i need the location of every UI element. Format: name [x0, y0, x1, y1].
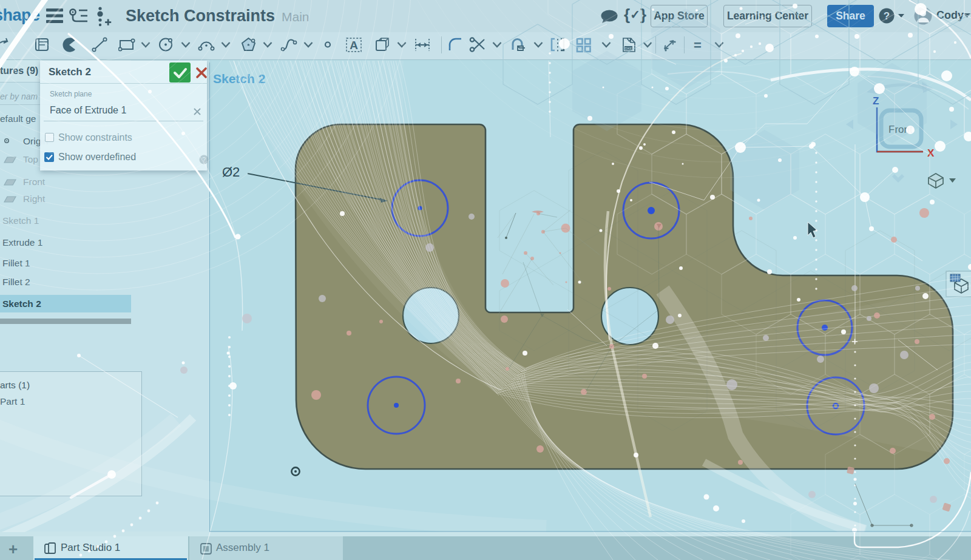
svg-text:X: X — [927, 147, 935, 159]
svg-text:Ø2: Ø2 — [222, 164, 240, 180]
svg-text:Sketch 2: Sketch 2 — [213, 72, 265, 86]
svg-text:Z: Z — [873, 95, 879, 107]
svg-text:Front: Front — [888, 124, 913, 135]
svg-text:?: ? — [202, 156, 206, 163]
